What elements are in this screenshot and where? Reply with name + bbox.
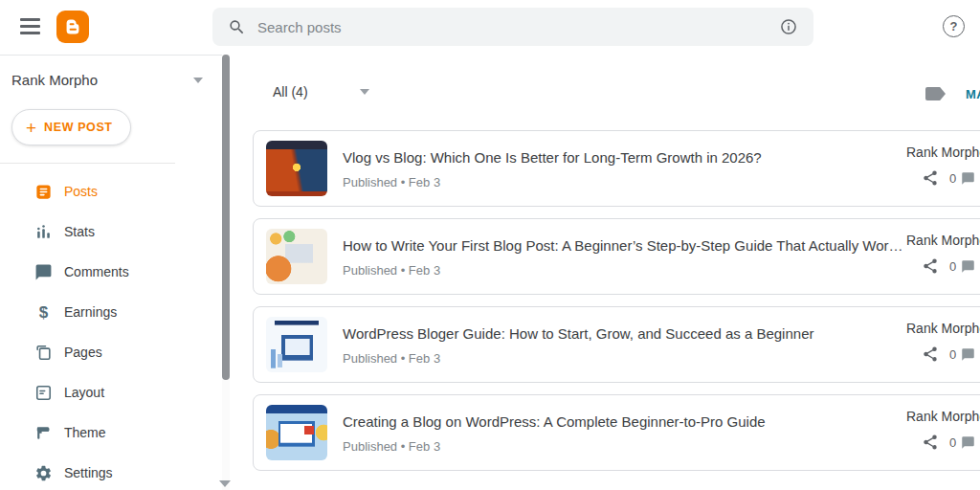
post-author: Rank Morpho xyxy=(906,145,980,160)
manage-labels-link[interactable]: MA xyxy=(966,87,980,101)
sidebar-item-comments[interactable]: Comments xyxy=(0,252,222,292)
comment-count-chip[interactable]: 0 xyxy=(949,259,975,274)
chevron-down-icon xyxy=(360,89,369,95)
post-actions: 0 xyxy=(906,345,980,363)
post-title: Vlog vs Blog: Which One Is Better for Lo… xyxy=(343,148,762,167)
sidebar-item-stats[interactable]: Stats xyxy=(0,212,222,252)
search-bar xyxy=(212,8,813,46)
post-title: Creating a Blog on WordPress: A Complete… xyxy=(343,412,766,431)
post-status: Published • Feb 3 xyxy=(343,351,813,366)
share-icon[interactable] xyxy=(922,257,939,275)
help-icon[interactable]: ? xyxy=(943,15,965,37)
post-meta: Rank Morpho 0 xyxy=(906,320,980,363)
sidebar-item-label: Posts xyxy=(64,184,98,199)
post-row[interactable]: How to Write Your First Blog Post: A Beg… xyxy=(253,218,980,295)
sidebar-scrollbar-track[interactable] xyxy=(222,55,230,490)
chevron-down-icon xyxy=(193,78,203,83)
comment-count-chip[interactable]: 0 xyxy=(949,435,975,450)
post-info: WordPress Bloger Guide: How to Start, Gr… xyxy=(343,324,813,366)
post-actions: 0 xyxy=(906,169,980,187)
post-info: Creating a Blog on WordPress: A Complete… xyxy=(343,412,766,454)
plus-icon: + xyxy=(26,119,36,137)
sidebar-item-label: Pages xyxy=(64,345,102,360)
sidebar-item-label: Stats xyxy=(64,224,95,239)
comment-bubble-icon xyxy=(961,259,975,274)
post-author: Rank Morpho xyxy=(906,321,980,336)
blogger-logo-icon[interactable] xyxy=(56,11,89,43)
post-info: How to Write Your First Blog Post: A Beg… xyxy=(343,236,903,278)
comment-bubble-icon xyxy=(961,435,975,450)
comment-count-chip[interactable]: 0 xyxy=(949,171,975,186)
scroll-down-arrow-icon[interactable] xyxy=(219,480,231,487)
help-glyph: ? xyxy=(950,19,958,33)
layout-icon xyxy=(34,384,53,402)
share-icon[interactable] xyxy=(922,434,939,451)
label-tag-icon[interactable] xyxy=(925,87,946,100)
sidebar-divider xyxy=(0,163,175,164)
comment-bubble-icon xyxy=(961,171,975,186)
comment-count-chip[interactable]: 0 xyxy=(949,347,975,362)
post-row[interactable]: WordPress Bloger Guide: How to Start, Gr… xyxy=(253,306,980,383)
post-status: Published • Feb 3 xyxy=(343,439,766,454)
sidebar-item-settings[interactable]: Settings xyxy=(0,453,222,490)
comment-count: 0 xyxy=(949,171,956,186)
earnings-dollar-icon: $ xyxy=(34,303,53,322)
post-author: Rank Morpho xyxy=(906,409,980,424)
theme-paint-roller-icon xyxy=(34,424,53,442)
posts-filter-dropdown[interactable]: All (4) xyxy=(273,84,369,100)
post-thumbnail xyxy=(266,141,327,196)
sidebar-item-earnings[interactable]: $ Earnings xyxy=(0,292,222,332)
comment-count: 0 xyxy=(949,435,956,450)
sidebar-menu: Posts Stats Comments $ Earnings Pages xyxy=(0,171,222,490)
sidebar-item-theme[interactable]: Theme xyxy=(0,412,222,453)
comment-bubble-icon xyxy=(961,347,975,362)
sidebar-item-posts[interactable]: Posts xyxy=(0,171,222,212)
post-thumbnail xyxy=(266,317,327,372)
menu-hamburger-icon[interactable] xyxy=(20,18,40,34)
info-icon[interactable] xyxy=(779,17,798,36)
comment-count: 0 xyxy=(949,259,956,274)
post-row[interactable]: Creating a Blog on WordPress: A Complete… xyxy=(253,394,980,471)
sidebar-scrollbar-thumb[interactable] xyxy=(222,55,230,380)
sidebar-item-label: Layout xyxy=(64,385,104,400)
blog-name: Rank Morpho xyxy=(11,72,98,88)
share-icon[interactable] xyxy=(922,345,939,363)
posts-list: Vlog vs Blog: Which One Is Better for Lo… xyxy=(253,130,980,482)
search-icon xyxy=(228,18,246,36)
settings-gear-icon xyxy=(34,464,53,482)
post-meta: Rank Morpho 0 xyxy=(906,232,980,275)
stats-icon xyxy=(34,223,53,241)
sidebar-item-label: Theme xyxy=(64,425,106,440)
sidebar: Rank Morpho + NEW POST Posts Stats Comme… xyxy=(0,55,230,490)
sidebar-item-label: Settings xyxy=(64,465,113,480)
post-thumbnail xyxy=(266,405,327,460)
sidebar-item-label: Comments xyxy=(64,264,129,279)
post-row[interactable]: Vlog vs Blog: Which One Is Better for Lo… xyxy=(253,130,980,207)
pages-icon xyxy=(34,344,53,362)
post-meta: Rank Morpho 0 xyxy=(906,144,980,187)
post-title: How to Write Your First Blog Post: A Beg… xyxy=(343,236,903,255)
sidebar-item-label: Earnings xyxy=(64,304,117,320)
filter-label: All (4) xyxy=(273,84,308,100)
posts-icon xyxy=(34,183,53,201)
search-input[interactable] xyxy=(256,18,779,36)
post-meta: Rank Morpho 0 xyxy=(906,408,980,451)
post-author: Rank Morpho xyxy=(906,233,980,248)
share-icon[interactable] xyxy=(922,169,939,187)
post-status: Published • Feb 3 xyxy=(343,263,903,278)
top-app-bar: ? xyxy=(0,0,980,55)
post-actions: 0 xyxy=(906,434,980,451)
post-title: WordPress Bloger Guide: How to Start, Gr… xyxy=(343,324,813,343)
post-status: Published • Feb 3 xyxy=(343,175,762,189)
post-thumbnail xyxy=(266,229,327,284)
post-actions: 0 xyxy=(906,257,980,275)
blog-selector[interactable]: Rank Morpho xyxy=(11,72,203,88)
new-post-button[interactable]: + NEW POST xyxy=(11,109,131,145)
comment-count: 0 xyxy=(949,347,956,362)
sidebar-item-layout[interactable]: Layout xyxy=(0,372,222,412)
sidebar-item-pages[interactable]: Pages xyxy=(0,332,222,372)
comments-icon xyxy=(34,263,53,281)
post-info: Vlog vs Blog: Which One Is Better for Lo… xyxy=(343,148,762,189)
